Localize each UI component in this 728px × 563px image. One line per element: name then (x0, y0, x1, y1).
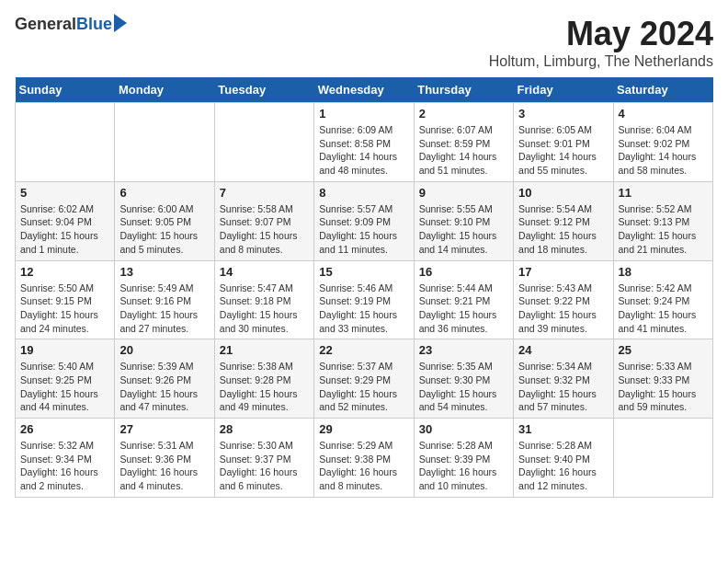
day-number: 9 (419, 186, 508, 200)
calendar-cell: 11Sunrise: 5:52 AM Sunset: 9:13 PM Dayli… (613, 181, 712, 260)
calendar-header-sunday: Sunday (16, 77, 115, 103)
calendar-cell: 1Sunrise: 6:09 AM Sunset: 8:58 PM Daylig… (314, 103, 414, 182)
logo-blue: Blue (76, 15, 112, 34)
calendar-week-2: 5Sunrise: 6:02 AM Sunset: 9:04 PM Daylig… (16, 181, 713, 260)
day-number: 18 (619, 265, 708, 279)
day-info: Sunrise: 5:42 AM Sunset: 9:24 PM Dayligh… (619, 282, 708, 336)
day-info: Sunrise: 6:02 AM Sunset: 9:04 PM Dayligh… (20, 202, 109, 257)
day-info: Sunrise: 5:37 AM Sunset: 9:29 PM Dayligh… (319, 360, 408, 414)
day-number: 23 (419, 343, 508, 357)
day-number: 6 (119, 186, 209, 200)
calendar-cell: 10Sunrise: 5:54 AM Sunset: 9:12 PM Dayli… (514, 181, 613, 260)
day-info: Sunrise: 5:32 AM Sunset: 9:34 PM Dayligh… (20, 439, 109, 493)
day-number: 11 (619, 186, 708, 200)
calendar-cell: 6Sunrise: 6:00 AM Sunset: 9:05 PM Daylig… (115, 181, 214, 260)
calendar-cell: 13Sunrise: 5:49 AM Sunset: 9:16 PM Dayli… (115, 260, 214, 339)
day-info: Sunrise: 5:58 AM Sunset: 9:07 PM Dayligh… (220, 202, 309, 257)
day-info: Sunrise: 5:29 AM Sunset: 9:38 PM Dayligh… (319, 439, 408, 493)
calendar-cell: 20Sunrise: 5:39 AM Sunset: 9:26 PM Dayli… (115, 339, 214, 419)
calendar-week-5: 26Sunrise: 5:32 AM Sunset: 9:34 PM Dayli… (16, 419, 713, 498)
calendar-cell: 30Sunrise: 5:28 AM Sunset: 9:39 PM Dayli… (414, 419, 513, 498)
day-info: Sunrise: 5:55 AM Sunset: 9:10 PM Dayligh… (419, 202, 508, 257)
calendar-cell: 18Sunrise: 5:42 AM Sunset: 9:24 PM Dayli… (613, 260, 712, 339)
day-info: Sunrise: 5:35 AM Sunset: 9:30 PM Dayligh… (419, 360, 508, 414)
day-number: 16 (419, 265, 508, 279)
day-info: Sunrise: 5:33 AM Sunset: 9:33 PM Dayligh… (619, 360, 708, 414)
title-section: May 2024 Holtum, Limburg, The Netherland… (489, 15, 713, 70)
day-number: 27 (119, 422, 209, 436)
calendar-table: SundayMondayTuesdayWednesdayThursdayFrid… (15, 77, 713, 498)
day-info: Sunrise: 5:30 AM Sunset: 9:37 PM Dayligh… (220, 439, 309, 493)
day-info: Sunrise: 6:05 AM Sunset: 9:01 PM Dayligh… (518, 123, 608, 178)
day-info: Sunrise: 5:52 AM Sunset: 9:13 PM Dayligh… (619, 202, 708, 257)
logo-arrow-icon (114, 14, 127, 32)
day-number: 3 (518, 107, 608, 121)
logo: General Blue (15, 15, 127, 34)
day-info: Sunrise: 5:54 AM Sunset: 9:12 PM Dayligh… (518, 202, 608, 257)
calendar-week-3: 12Sunrise: 5:50 AM Sunset: 9:15 PM Dayli… (16, 260, 713, 339)
calendar-cell (115, 103, 214, 182)
calendar-header-tuesday: Tuesday (214, 77, 313, 103)
month-year-title: May 2024 (489, 15, 713, 53)
calendar-header-friday: Friday (514, 77, 613, 103)
calendar-cell: 26Sunrise: 5:32 AM Sunset: 9:34 PM Dayli… (16, 419, 115, 498)
day-info: Sunrise: 5:40 AM Sunset: 9:25 PM Dayligh… (20, 360, 109, 414)
calendar-cell: 15Sunrise: 5:46 AM Sunset: 9:19 PM Dayli… (314, 260, 414, 339)
day-number: 21 (220, 343, 309, 357)
calendar-cell: 27Sunrise: 5:31 AM Sunset: 9:36 PM Dayli… (115, 419, 214, 498)
day-number: 7 (220, 186, 309, 200)
day-number: 13 (119, 265, 209, 279)
day-info: Sunrise: 5:44 AM Sunset: 9:21 PM Dayligh… (419, 282, 508, 336)
calendar-cell: 22Sunrise: 5:37 AM Sunset: 9:29 PM Dayli… (314, 339, 414, 419)
calendar-cell: 16Sunrise: 5:44 AM Sunset: 9:21 PM Dayli… (414, 260, 513, 339)
calendar-header-saturday: Saturday (613, 77, 712, 103)
calendar-cell: 19Sunrise: 5:40 AM Sunset: 9:25 PM Dayli… (16, 339, 115, 419)
calendar-cell: 4Sunrise: 6:04 AM Sunset: 9:02 PM Daylig… (613, 103, 712, 182)
calendar-header-thursday: Thursday (414, 77, 513, 103)
day-info: Sunrise: 5:49 AM Sunset: 9:16 PM Dayligh… (119, 282, 209, 336)
calendar-header-wednesday: Wednesday (314, 77, 414, 103)
calendar-cell: 25Sunrise: 5:33 AM Sunset: 9:33 PM Dayli… (613, 339, 712, 419)
day-info: Sunrise: 6:00 AM Sunset: 9:05 PM Dayligh… (119, 202, 209, 257)
day-info: Sunrise: 5:38 AM Sunset: 9:28 PM Dayligh… (220, 360, 309, 414)
calendar-week-4: 19Sunrise: 5:40 AM Sunset: 9:25 PM Dayli… (16, 339, 713, 419)
calendar-cell: 24Sunrise: 5:34 AM Sunset: 9:32 PM Dayli… (514, 339, 613, 419)
day-number: 4 (619, 107, 708, 121)
day-number: 28 (220, 422, 309, 436)
calendar-cell: 9Sunrise: 5:55 AM Sunset: 9:10 PM Daylig… (414, 181, 513, 260)
calendar-cell: 2Sunrise: 6:07 AM Sunset: 8:59 PM Daylig… (414, 103, 513, 182)
calendar-header-row: SundayMondayTuesdayWednesdayThursdayFrid… (16, 77, 713, 103)
day-number: 25 (619, 343, 708, 357)
day-number: 22 (319, 343, 408, 357)
day-info: Sunrise: 6:09 AM Sunset: 8:58 PM Dayligh… (319, 123, 408, 178)
calendar-cell: 23Sunrise: 5:35 AM Sunset: 9:30 PM Dayli… (414, 339, 513, 419)
calendar-cell: 5Sunrise: 6:02 AM Sunset: 9:04 PM Daylig… (16, 181, 115, 260)
day-info: Sunrise: 5:57 AM Sunset: 9:09 PM Dayligh… (319, 202, 408, 257)
day-number: 2 (419, 107, 508, 121)
day-info: Sunrise: 5:50 AM Sunset: 9:15 PM Dayligh… (20, 282, 109, 336)
calendar-cell: 8Sunrise: 5:57 AM Sunset: 9:09 PM Daylig… (314, 181, 414, 260)
calendar-cell: 7Sunrise: 5:58 AM Sunset: 9:07 PM Daylig… (214, 181, 313, 260)
day-number: 1 (319, 107, 408, 121)
day-number: 31 (518, 422, 608, 436)
day-info: Sunrise: 6:04 AM Sunset: 9:02 PM Dayligh… (619, 123, 708, 178)
day-number: 29 (319, 422, 408, 436)
day-number: 14 (220, 265, 309, 279)
day-info: Sunrise: 5:39 AM Sunset: 9:26 PM Dayligh… (119, 360, 209, 414)
day-info: Sunrise: 5:31 AM Sunset: 9:36 PM Dayligh… (119, 439, 209, 493)
calendar-cell: 21Sunrise: 5:38 AM Sunset: 9:28 PM Dayli… (214, 339, 313, 419)
day-number: 19 (20, 343, 109, 357)
day-number: 30 (419, 422, 508, 436)
calendar-cell: 28Sunrise: 5:30 AM Sunset: 9:37 PM Dayli… (214, 419, 313, 498)
logo-general: General (15, 15, 76, 34)
page-header: General Blue May 2024 Holtum, Limburg, T… (15, 15, 713, 70)
calendar-cell: 12Sunrise: 5:50 AM Sunset: 9:15 PM Dayli… (16, 260, 115, 339)
day-info: Sunrise: 5:28 AM Sunset: 9:40 PM Dayligh… (518, 439, 608, 493)
calendar-cell (613, 419, 712, 498)
day-number: 20 (119, 343, 209, 357)
day-number: 5 (20, 186, 109, 200)
day-info: Sunrise: 5:28 AM Sunset: 9:39 PM Dayligh… (419, 439, 508, 493)
day-number: 26 (20, 422, 109, 436)
calendar-cell: 3Sunrise: 6:05 AM Sunset: 9:01 PM Daylig… (514, 103, 613, 182)
calendar-cell (214, 103, 313, 182)
